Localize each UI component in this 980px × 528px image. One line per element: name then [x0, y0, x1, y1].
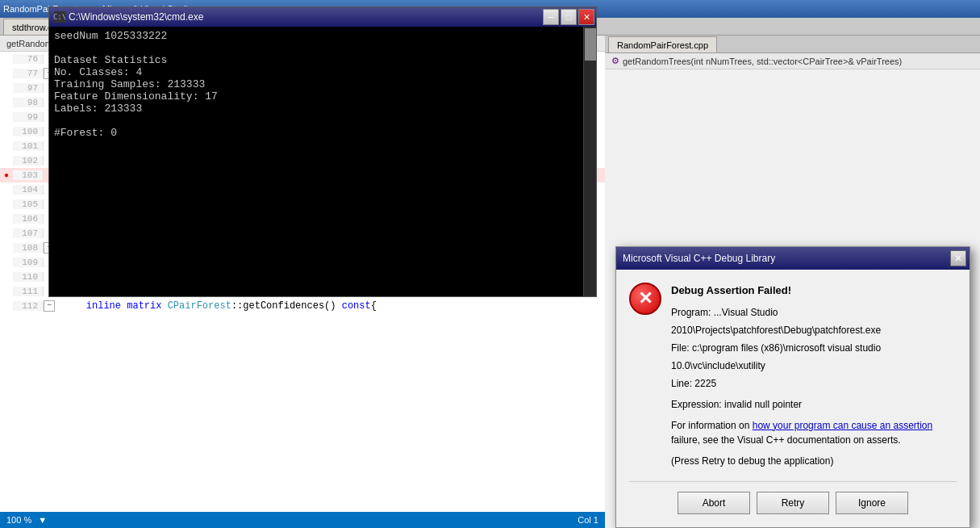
assertion-title: Debug Assertion Failed!: [671, 283, 957, 299]
cmd-output-line: Labels: 213333: [54, 103, 591, 115]
right-breadcrumb-func-icon: ⚙: [611, 56, 619, 66]
dialog-title-text: Microsoft Visual C++ Debug Library: [623, 253, 775, 264]
error-icon-symbol: ✕: [638, 288, 653, 309]
cmd-titlebar: C:\ C:\Windows\system32\cmd.exe ─ □ ✕: [49, 7, 596, 27]
cmd-output-line: seedNum 1025333222: [54, 30, 591, 42]
vs-statusbar: 100 % ▼ Col 1: [0, 512, 605, 528]
line-number: 109: [13, 258, 44, 267]
line-number: 100: [13, 127, 44, 136]
dialog-titlebar: Microsoft Visual C++ Debug Library ✕: [616, 247, 970, 270]
line-number: 99: [13, 112, 44, 122]
info-text: For information on how your program can …: [671, 418, 957, 447]
dialog-close-button[interactable]: ✕: [950, 250, 966, 266]
line-number: 76: [13, 54, 44, 64]
cmd-body: seedNum 1025333222 Dataset StatisticsNo.…: [49, 27, 596, 296]
line-number: 103: [13, 170, 44, 180]
retry-button[interactable]: Retry: [757, 492, 829, 514]
line-number: 98: [13, 98, 44, 107]
program-label: Program: ...Visual Studio: [671, 305, 957, 320]
cmd-output-line: Dataset Statistics: [54, 54, 591, 66]
dialog-body: ✕ Debug Assertion Failed! Program: ...Vi…: [616, 270, 970, 527]
info-link[interactable]: how your program can cause an assertion: [753, 420, 932, 431]
cmd-scrollbar[interactable]: [583, 27, 596, 296]
dialog-content: ✕ Debug Assertion Failed! Program: ...Vi…: [629, 283, 957, 468]
table-row: 112− inline matrix CPairForest::getConfi…: [0, 299, 605, 313]
line-number: 105: [13, 199, 44, 209]
cmd-scrollbar-thumb: [585, 28, 596, 61]
cmd-output-line: Feature Dimensionality: 17: [54, 90, 591, 103]
file-path: 10.0\vc\include\xutility: [671, 358, 957, 373]
line-number: 77: [13, 69, 44, 78]
file-label: File: c:\program files (x86)\microsoft v…: [671, 341, 957, 355]
line-number: 112: [13, 301, 44, 311]
error-icon: ✕: [629, 283, 661, 315]
cmd-icon: C:\: [54, 11, 65, 23]
dialog-text: Debug Assertion Failed! Program: ...Visu…: [671, 283, 957, 468]
line-number: 107: [13, 228, 44, 238]
program-path: 2010\Projects\patchforest\Debug\patchfor…: [671, 323, 957, 337]
line-info: Line: 2225: [671, 376, 957, 391]
debug-dialog: Microsoft Visual C++ Debug Library ✕ ✕ D…: [615, 246, 970, 528]
press-text: (Press Retry to debug the application): [671, 454, 957, 468]
cmd-output-line: [54, 42, 591, 54]
line-number: 110: [13, 272, 44, 282]
cmd-minimize-button[interactable]: ─: [543, 9, 559, 25]
cmd-output-line: Training Samples: 213333: [54, 78, 591, 90]
right-breadcrumb-text: getRandomTrees(int nNumTrees, std::vecto…: [623, 57, 902, 66]
line-number: 102: [13, 156, 44, 166]
line-number: 97: [13, 83, 44, 93]
right-tab-label: RandomPairForest.cpp: [617, 40, 708, 50]
cmd-output-line: No. Classes: 4: [54, 66, 591, 78]
cmd-maximize-button[interactable]: □: [561, 9, 577, 25]
line-content: inline matrix CPairForest::getConfidence…: [56, 300, 605, 312]
cmd-window-buttons: ─ □ ✕: [543, 9, 594, 25]
right-tab-randompairforest[interactable]: RandomPairForest.cpp: [608, 36, 717, 52]
dialog-buttons: Abort Retry Ignore: [629, 481, 957, 514]
statusbar-sep: ▼: [38, 515, 47, 525]
cmd-window: C:\ C:\Windows\system32\cmd.exe ─ □ ✕ se…: [48, 6, 597, 297]
right-tabbar: RandomPairForest.cpp: [605, 36, 980, 53]
expression-info: Expression: invalid null pointer: [671, 397, 957, 412]
right-breadcrumb: ⚙ getRandomTrees(int nNumTrees, std::vec…: [605, 53, 980, 69]
zoom-level: 100 %: [6, 515, 31, 525]
line-number: 106: [13, 214, 44, 224]
abort-button[interactable]: Abort: [678, 492, 750, 514]
cmd-title-text: C:\Windows\system32\cmd.exe: [69, 11, 203, 23]
cmd-close-button[interactable]: ✕: [578, 9, 594, 25]
line-number: 108: [13, 243, 44, 253]
line-number: 111: [13, 287, 44, 296]
statusbar-col: Col 1: [578, 515, 598, 525]
line-number: 104: [13, 185, 44, 195]
collapse-icon[interactable]: −: [44, 300, 55, 312]
cmd-output-line: [54, 115, 591, 127]
ignore-button[interactable]: Ignore: [836, 492, 908, 514]
cmd-output-line: #Forest: 0: [54, 127, 591, 139]
line-number: 101: [13, 141, 44, 151]
error-marker: ●: [0, 171, 13, 180]
